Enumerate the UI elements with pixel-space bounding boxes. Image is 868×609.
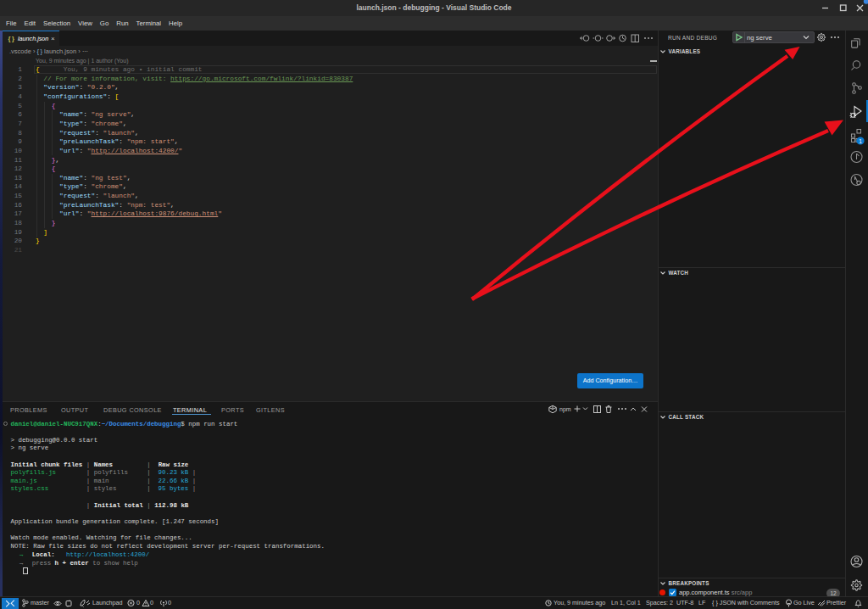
svg-text:1: 1: [859, 138, 862, 144]
svg-text:npm: npm: [559, 406, 571, 413]
